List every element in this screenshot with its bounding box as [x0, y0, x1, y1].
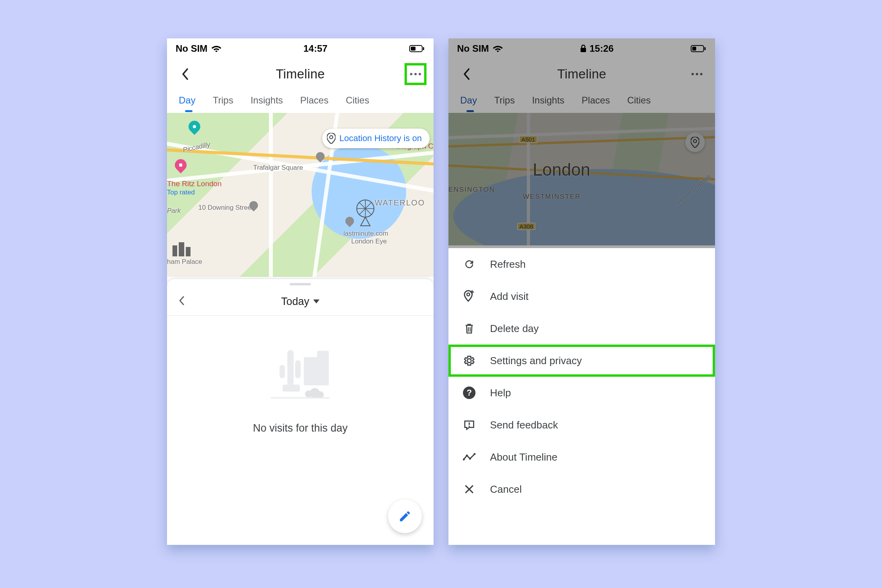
svg-rect-1 — [423, 47, 424, 50]
action-menu: Refresh Add visit Delete day Settings an… — [448, 248, 715, 545]
date-label: Today — [281, 296, 309, 308]
date-bar: Today — [167, 288, 434, 315]
clock-text: 14:57 — [303, 43, 327, 54]
previous-day-button[interactable] — [179, 295, 191, 308]
pin-icon — [327, 133, 336, 144]
battery-icon — [409, 45, 425, 53]
tab-day[interactable]: Day — [177, 95, 204, 106]
menu-label: Send feedback — [490, 419, 558, 431]
timeline-icon — [463, 450, 476, 464]
svg-rect-12 — [186, 247, 191, 256]
gear-icon — [463, 354, 476, 367]
menu-label: Cancel — [490, 483, 522, 495]
trash-icon — [463, 322, 476, 335]
map-label: 10 Downing Street — [198, 204, 253, 212]
menu-label: Delete day — [490, 323, 539, 335]
svg-rect-2 — [411, 47, 416, 51]
svg-point-38 — [469, 457, 471, 459]
svg-rect-17 — [279, 365, 285, 378]
phone-right: No SIM 15:26 Timeline Day Trips Insi — [448, 38, 715, 545]
tab-insights[interactable]: Insights — [242, 95, 292, 106]
map[interactable]: Piccadilly Trafalgar Square 10 Downing S… — [167, 113, 434, 277]
page-title: Timeline — [194, 67, 406, 82]
chevron-down-icon — [313, 299, 319, 303]
menu-settings-privacy[interactable]: Settings and privacy — [448, 345, 715, 377]
menu-cancel[interactable]: Cancel — [448, 473, 715, 505]
empty-illustration — [267, 339, 334, 406]
more-button[interactable] — [406, 65, 425, 83]
svg-rect-11 — [179, 242, 184, 256]
tabs: Day Trips Insights Places Cities — [167, 89, 434, 113]
history-pill-text: Location History is on — [339, 133, 422, 143]
svg-rect-4 — [179, 163, 182, 167]
feedback-icon — [463, 418, 476, 432]
edit-fab[interactable] — [388, 499, 422, 533]
svg-rect-15 — [317, 351, 329, 385]
menu-send-feedback[interactable]: Send feedback — [448, 409, 715, 441]
svg-rect-10 — [172, 245, 177, 256]
carrier-text: No SIM — [176, 43, 207, 54]
menu-refresh[interactable]: Refresh — [448, 248, 715, 280]
history-pill[interactable]: Location History is on — [322, 129, 430, 148]
svg-rect-19 — [283, 385, 300, 392]
help-icon: ? — [463, 386, 476, 399]
menu-add-visit[interactable]: Add visit — [448, 280, 715, 312]
back-button[interactable] — [176, 65, 194, 83]
empty-state: No visits for this day — [167, 316, 434, 434]
menu-delete-day[interactable]: Delete day — [448, 312, 715, 345]
svg-point-37 — [466, 454, 468, 456]
svg-point-13 — [330, 136, 333, 139]
menu-label: Settings and privacy — [490, 355, 582, 367]
svg-rect-18 — [295, 360, 301, 378]
tab-cities[interactable]: Cities — [337, 95, 378, 106]
wifi-icon — [211, 45, 221, 53]
building-icon — [171, 242, 194, 258]
map-label: London Eye — [351, 238, 387, 245]
svg-point-35 — [468, 426, 470, 427]
london-eye-icon — [355, 198, 376, 227]
menu-about-timeline[interactable]: About Timeline — [448, 441, 715, 473]
map-label: Park — [167, 207, 181, 215]
scrim[interactable] — [448, 38, 715, 248]
map-label: ham Palace — [167, 258, 202, 266]
tab-trips[interactable]: Trips — [204, 95, 242, 106]
menu-label: Add visit — [490, 290, 528, 303]
add-visit-icon — [463, 290, 476, 303]
menu-help[interactable]: ? Help — [448, 377, 715, 409]
svg-point-21 — [305, 390, 312, 397]
empty-message: No visits for this day — [253, 422, 348, 434]
header: Timeline — [167, 59, 434, 89]
close-icon — [463, 483, 476, 496]
map-label: WATERLOO — [375, 198, 425, 207]
phone-left: No SIM 14:57 Timeline Day Trips Insights… — [167, 38, 434, 545]
svg-point-22 — [317, 391, 324, 398]
map-label: Top rated — [167, 189, 195, 196]
svg-rect-16 — [287, 350, 294, 386]
map-label: Trafalgar Square — [253, 164, 303, 172]
menu-label: Help — [490, 387, 511, 399]
map-label: The Ritz London — [167, 180, 221, 188]
map-label: lastminute.com — [343, 230, 388, 238]
menu-label: About Timeline — [490, 451, 557, 463]
bottom-sheet: Today — [167, 279, 434, 545]
drag-handle[interactable] — [290, 283, 311, 285]
menu-label: Refresh — [490, 258, 526, 270]
refresh-icon — [463, 258, 476, 271]
more-icon — [410, 73, 421, 75]
svg-point-3 — [193, 125, 196, 128]
date-picker[interactable]: Today — [191, 296, 410, 308]
svg-point-29 — [467, 293, 470, 296]
tab-places[interactable]: Places — [292, 95, 337, 106]
status-bar: No SIM 14:57 — [167, 38, 434, 59]
pencil-icon — [398, 510, 412, 523]
